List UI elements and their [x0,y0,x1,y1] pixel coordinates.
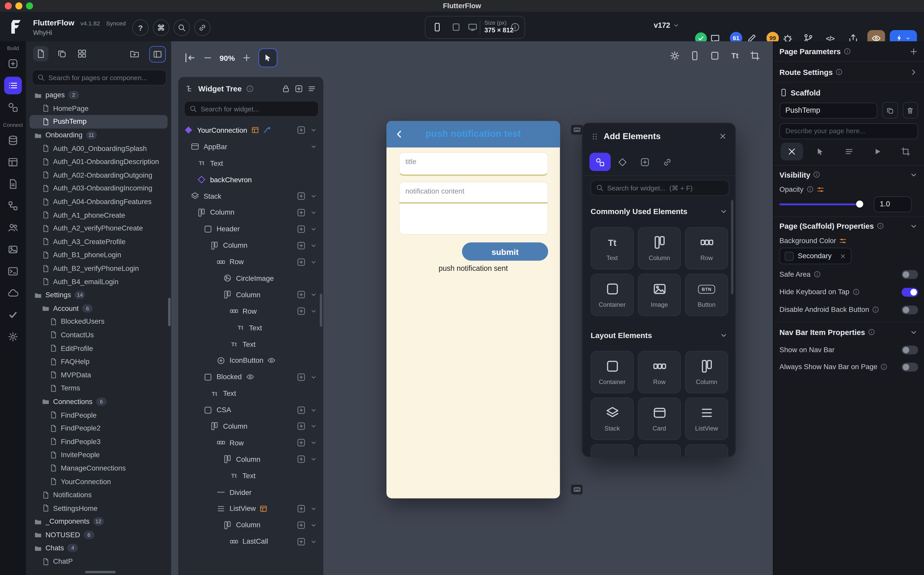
visibility-eye-icon[interactable] [267,357,276,365]
sidebar-item-blockedusers[interactable]: BlockedUsers [30,315,168,328]
widget-node-header[interactable]: Header [178,221,323,237]
add-child-icon[interactable] [297,405,305,414]
expand-caret-icon[interactable] [310,291,317,299]
opacity-slider[interactable] [779,200,863,208]
expand-caret-icon[interactable] [310,455,317,463]
add-child-icon[interactable] [297,225,305,233]
widget-node-column[interactable]: Column [178,517,323,534]
add-child-icon[interactable] [297,373,305,381]
widget-node-backchevron[interactable]: backChevron [178,172,323,188]
scaffold-name-input[interactable] [779,102,877,118]
orientation-icon[interactable] [710,51,720,61]
element-card-column[interactable]: Column [685,351,728,393]
tab-components[interactable] [612,153,633,171]
element-card-container[interactable]: Container [591,351,634,393]
add-child-icon[interactable] [297,438,305,447]
lock-icon[interactable] [281,84,290,93]
sidebar-item-auth-a04-onboardingfeatures[interactable]: Auth_A04-OnboardingFeatures [30,195,168,208]
share-link-button[interactable] [194,19,211,36]
element-card-button[interactable]: BTNButton [685,274,728,316]
canvas-settings-icon[interactable] [750,51,760,61]
always-show-navbar-toggle[interactable] [902,362,918,371]
widget-node-column[interactable]: Column [178,237,323,254]
widget-node-circleimage[interactable]: CircleImage [178,270,323,286]
sidebar-item-findpeople[interactable]: FindPeople [30,408,168,421]
zoom-level[interactable]: 90% [219,53,235,62]
widget-node-text[interactable]: TtText [178,155,323,172]
chevron-right-icon[interactable] [910,68,918,76]
expand-caret-icon[interactable] [310,127,317,134]
chevron-down-icon[interactable] [910,222,918,230]
element-card-container[interactable]: Container [591,274,634,316]
expand-caret-icon[interactable] [310,406,317,414]
tab-properties[interactable] [781,143,803,160]
pages-tab-button[interactable] [33,46,49,61]
add-child-icon[interactable] [297,290,305,299]
delete-page-button[interactable] [902,102,918,118]
drag-handle-icon[interactable] [591,132,599,141]
element-card-image[interactable]: Image [638,274,681,316]
add-child-icon[interactable] [297,192,305,200]
info-icon[interactable] [510,22,520,32]
copy-name-button[interactable] [882,102,898,118]
sidebar-item-connections[interactable]: Connections6 [30,395,168,408]
visibility-row[interactable]: Visibility [779,166,918,184]
element-card-listview[interactable]: ListView [685,398,728,440]
sidebar-item-contactus[interactable]: ContactUs [30,328,168,342]
expand-caret-icon[interactable] [310,308,317,315]
phone-device-icon[interactable] [433,22,442,32]
add-child-icon[interactable] [297,521,305,529]
layout-elements-section-header[interactable]: Layout Elements [591,331,728,340]
widget-node-stack[interactable]: Stack [178,188,323,204]
widget-node-column[interactable]: Column [178,204,323,221]
rail-item-widgets[interactable] [4,98,22,116]
slider-knob[interactable] [856,200,864,208]
sidebar-item-chats[interactable]: Chats4 [30,542,168,555]
info-icon[interactable] [880,363,887,370]
element-search-input[interactable] [607,184,728,192]
add-elements-scrollbar[interactable] [731,200,733,294]
route-settings-row[interactable]: Route Settings [779,62,918,82]
sidebar-item-homepage[interactable]: HomePage [30,102,168,115]
select-tool-button[interactable] [258,48,277,67]
tab-integrations[interactable] [657,153,678,171]
sidebar-item-auth-a1-phonecreate[interactable]: Auth_A1_phoneCreate [30,208,168,222]
info-icon[interactable] [872,306,879,313]
tab-actions[interactable] [809,143,832,160]
theme-toggle-icon[interactable] [670,51,680,61]
add-child-icon[interactable] [297,537,305,546]
widget-node-blocked[interactable]: Blocked [178,369,323,385]
add-child-icon[interactable] [297,307,305,316]
sidebar-hscrollbar[interactable] [85,571,116,573]
info-icon[interactable] [852,289,860,296]
add-child-icon[interactable] [297,126,305,135]
rail-item-integrations[interactable] [4,197,22,214]
sidebar-item-settingshome[interactable]: SettingsHome [30,502,168,515]
sidebar-item-faqhelp[interactable]: FAQHelp [30,355,168,369]
expand-caret-icon[interactable] [310,505,317,513]
widget-node-column[interactable]: Column [178,451,323,467]
tab-docs[interactable] [894,143,917,160]
sidebar-item-auth-a02-onboardingoutgoing[interactable]: Auth_A02-OnboardingOutgoing [30,168,168,182]
storyboard-toggle-button[interactable] [149,46,165,62]
widget-node-row[interactable]: Row [178,254,323,270]
common-elements-section-header[interactable]: Commonly Used Elements [591,207,728,216]
chevron-down-icon[interactable] [910,327,918,336]
tab-templates[interactable] [634,153,656,171]
tablet-device-icon[interactable] [452,22,461,32]
widget-node-csa[interactable]: CSA [178,402,323,418]
sidebar-item-components[interactable]: _Components12 [30,515,168,528]
components-tab-button[interactable] [54,46,70,61]
opacity-value-input[interactable] [874,196,912,212]
widget-node-text[interactable]: TtText [178,319,323,336]
add-folder-button[interactable] [127,46,142,61]
widget-node-appbar[interactable]: AppBar [178,138,323,155]
element-card-stack[interactable]: Stack [591,398,634,440]
widget-node-listview[interactable]: ListView [178,500,323,517]
rail-item-media[interactable] [4,240,22,258]
sidebar-scrollbar[interactable] [168,298,170,326]
info-icon[interactable] [814,271,821,278]
conditional-value-icon[interactable] [839,237,847,245]
page-properties-row[interactable]: Page (Scaffold) Properties [779,217,918,235]
flutterflow-logo[interactable] [7,18,24,35]
